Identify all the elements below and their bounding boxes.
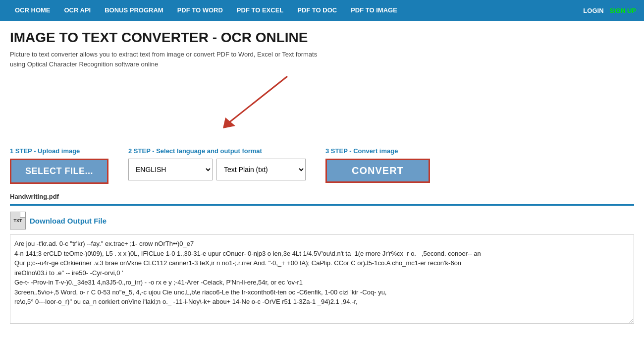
steps-row: 1 STEP - Upload image SELECT FILE... 2 S… [10,147,634,188]
format-select[interactable]: Text Plain (txt) Microsoft Word (docx) M… [216,159,306,180]
nav-pdf-to-word[interactable]: PDF TO WORD [170,0,230,21]
login-link[interactable]: LOGIN [583,7,603,14]
step2-label: 2 STEP - Select language and output form… [128,147,306,155]
nav-links: OCR HOME OCR API BONUS PROGRAM PDF TO WO… [8,0,583,21]
nav-bonus-program[interactable]: BONUS PROGRAM [98,0,170,21]
section-divider [10,204,634,206]
nav-pdf-to-excel[interactable]: PDF TO EXCEL [230,0,290,21]
step1-label: 1 STEP - Upload image [10,147,108,155]
step2-container: 2 STEP - Select language and output form… [128,147,306,180]
main-content: IMAGE TO TEXT CONVERTER - OCR ONLINE Pic… [0,21,644,325]
signup-link[interactable]: SIGN UP [610,7,636,14]
nav-ocr-home[interactable]: OCR HOME [8,0,57,21]
convert-button[interactable]: CONVERT [325,159,430,183]
svg-line-0 [228,76,287,123]
step3-container: 3 STEP - Convert image CONVERT [325,147,430,183]
filename-label: Handwriting.pdf [10,193,634,200]
arrow-icon [198,74,307,138]
nav-ocr-api[interactable]: OCR API [57,0,98,21]
step3-label: 3 STEP - Convert image [325,147,430,155]
nav-pdf-to-doc[interactable]: PDF TO DOC [290,0,344,21]
step2-controls: ENGLISH FRENCH GERMAN SPANISH ITALIAN PO… [128,159,306,180]
txt-file-icon: TXT [10,212,26,229]
navbar: OCR HOME OCR API BONUS PROGRAM PDF TO WO… [0,0,644,21]
page-title: IMAGE TO TEXT CONVERTER - OCR ONLINE [10,30,634,46]
step1-container: 1 STEP - Upload image SELECT FILE... [10,147,108,184]
output-textarea[interactable] [10,234,634,324]
download-section: TXT Download Output File [10,212,634,325]
download-header: TXT Download Output File [10,212,634,229]
page-subtitle: Picture to text converter allows you to … [10,50,357,69]
nav-pdf-to-image[interactable]: PDF TO IMAGE [344,0,404,21]
language-select[interactable]: ENGLISH FRENCH GERMAN SPANISH ITALIAN PO… [128,159,213,180]
download-link[interactable]: Download Output File [30,217,107,225]
nav-right: LOGIN SIGN UP [583,7,636,14]
select-file-button[interactable]: SELECT FILE... [10,159,108,184]
arrow-area [10,74,634,143]
